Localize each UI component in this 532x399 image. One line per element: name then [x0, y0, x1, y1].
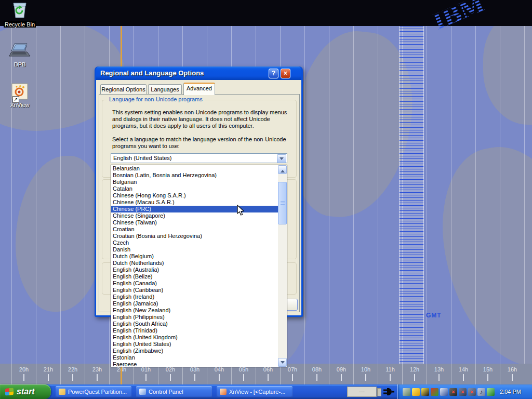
dropdown-list-item[interactable]: Catalan [111, 185, 278, 192]
dropdown-list-item[interactable]: English (Philippines) [111, 314, 278, 321]
language-combobox[interactable]: English (United States) [111, 153, 287, 163]
timezone-label: 16h [500, 366, 524, 373]
dropdown-list-item[interactable]: Faeroese [111, 361, 278, 367]
dropdown-list-item[interactable]: Croatian (Bosnia and Herzegovina) [111, 233, 278, 240]
dropdown-list-item[interactable]: Chinese (Hong Kong S.A.R.) [111, 192, 278, 199]
audio-disabled-icon[interactable]: × [468, 388, 476, 396]
gmt-label: GMT [426, 312, 442, 319]
display-disabled-icon[interactable]: × [459, 388, 467, 396]
timezone-tick [194, 374, 195, 381]
timezone-label: 20h [12, 366, 36, 373]
network-activity-icon[interactable] [431, 388, 438, 396]
tab-advanced[interactable]: Advanced [183, 83, 215, 95]
dropdown-list-item[interactable]: Chinese (Macau S.A.R.) [111, 199, 278, 206]
taskbar-button-xnview[interactable]: XnView - [<Capture-... [217, 386, 292, 397]
window-button-label: PowerQuest Partition... [68, 389, 127, 395]
gmt-hatched-band [399, 26, 424, 384]
volume-icon[interactable]: ♪ [477, 388, 485, 396]
window-button-label: Control Panel [149, 389, 183, 395]
timezone-label: 11h [378, 366, 402, 373]
tab-languages[interactable]: Languages [148, 84, 182, 95]
dropdown-list-item[interactable]: English (South Africa) [111, 321, 278, 327]
timezone-cell: 16h [500, 364, 524, 384]
timezone-tick [292, 374, 293, 381]
dropdown-list-item[interactable]: English (Canada) [111, 280, 278, 287]
dropdown-list-item[interactable]: English (Ireland) [111, 294, 278, 300]
dropdown-list-item[interactable]: Bulgarian [111, 179, 278, 185]
timezone-tick [243, 374, 244, 381]
dropdown-list-item[interactable]: Estonian [111, 354, 278, 361]
group-box-title: Language for non-Unicode programs [107, 96, 205, 102]
deskband-grabber[interactable] [377, 388, 381, 396]
dropdown-list-item[interactable]: Belarusian [111, 165, 278, 172]
timezone-tick [414, 374, 415, 381]
dropdown-list-item[interactable]: English (Caribbean) [111, 287, 278, 294]
timezone-tick [463, 374, 464, 381]
help-button[interactable]: ? [269, 69, 278, 78]
timezone-label: 12h [403, 366, 427, 373]
desktop-icon-xnview[interactable]: XnView [0, 83, 39, 109]
tab-regional-options[interactable]: Regional Options [100, 84, 147, 95]
start-button[interactable]: start [0, 384, 51, 399]
timezone-cell: 11h [378, 364, 402, 384]
timezone-tick [23, 374, 24, 381]
taskbar-deskband[interactable]: --- [347, 387, 377, 397]
dropdown-scrollbar[interactable] [278, 165, 287, 367]
close-button[interactable]: × [281, 69, 290, 78]
scheduler-icon[interactable] [487, 388, 495, 396]
dropdown-list-item[interactable]: English (Australia) [111, 267, 278, 273]
dropdown-list-item[interactable]: Dutch (Belgium) [111, 253, 278, 260]
dropdown-list-item[interactable]: English (United Kingdom) [111, 334, 278, 341]
dropdown-list-item[interactable]: Chinese (Taiwan) [111, 219, 278, 226]
dropdown-list-item[interactable]: Croatian [111, 226, 278, 233]
language-dropdown-list: BelarusianBosnian (Latin, Bosnia and Her… [111, 165, 287, 367]
system-tray: × × × ♪ 2:04 PM [397, 384, 532, 399]
tv-tuner-disabled-icon[interactable]: × [449, 388, 457, 396]
timezone-label: 09h [329, 366, 353, 373]
dropdown-list-item[interactable]: Chinese (PRC) [111, 206, 278, 212]
dropdown-list-item[interactable]: Bosnian (Latin, Bosnia and Herzegovina) [111, 172, 278, 179]
desktop-icon-recycle-bin[interactable]: Recycle Bin [0, 2, 39, 29]
taskbar-button-powerquest[interactable]: PowerQuest Partition... [56, 386, 131, 397]
scrollbar-thumb[interactable] [278, 182, 287, 224]
dropdown-list-item[interactable]: English (Zimbabwe) [111, 348, 278, 354]
window-button-label: XnView - [<Capture-... [229, 389, 285, 395]
dropdown-list-item[interactable]: Czech [111, 240, 278, 246]
timezone-label: 14h [451, 366, 475, 373]
timezone-label: 13h [427, 366, 451, 373]
dropdown-list-item[interactable]: English (Trinidad) [111, 327, 278, 334]
dropdown-list-item[interactable]: English (New Zealand) [111, 307, 278, 314]
backup-diamond-icon[interactable] [421, 388, 429, 396]
lan-computers-icon[interactable] [440, 388, 448, 396]
timezone-cell: 15h [475, 364, 500, 384]
antivirus-ball-icon[interactable] [412, 388, 420, 396]
timezone-label: 22h [61, 366, 85, 373]
tray-icon-glyph: × [451, 389, 455, 395]
windows-flag-icon [5, 388, 14, 395]
dropdown-list-item[interactable]: Dutch (Netherlands) [111, 260, 278, 267]
dialog-titlebar[interactable]: Regional and Language Options ? × [96, 66, 301, 80]
dialog-title: Regional and Language Options [100, 69, 204, 77]
combobox-dropdown-button[interactable] [277, 154, 286, 163]
dropdown-list-item[interactable]: English (United States) [111, 341, 278, 348]
dropdown-list-item[interactable]: English (Belize) [111, 273, 278, 280]
instruction-text: Select a language to match the language … [112, 136, 295, 150]
dropdown-list-item[interactable]: English (Jamaica) [111, 300, 278, 307]
desktop-icon-dpb[interactable]: DPB [0, 43, 39, 69]
timezone-cell: 14h [451, 364, 475, 384]
taskbar-clock[interactable]: 2:04 PM [500, 389, 521, 395]
scroll-down-button[interactable] [278, 358, 287, 367]
tray-icon-glyph: ♪ [480, 389, 483, 395]
safely-remove-hardware-icon[interactable] [403, 388, 410, 396]
scroll-up-button[interactable] [278, 165, 287, 174]
dropdown-list-item[interactable]: Danish [111, 246, 278, 253]
dropdown-list-item[interactable]: Chinese (Singapore) [111, 212, 278, 219]
power-plug-icon[interactable] [383, 388, 394, 396]
taskbar-button-control-panel[interactable]: Control Panel [136, 386, 212, 397]
timezone-tick [170, 374, 171, 381]
chevron-down-icon [281, 361, 285, 366]
scrollbar-grip [281, 201, 285, 202]
taskbar: start PowerQuest Partition... Control Pa… [0, 384, 532, 399]
timezone-cell: 20h [11, 364, 36, 384]
timezone-label: 15h [476, 366, 500, 373]
